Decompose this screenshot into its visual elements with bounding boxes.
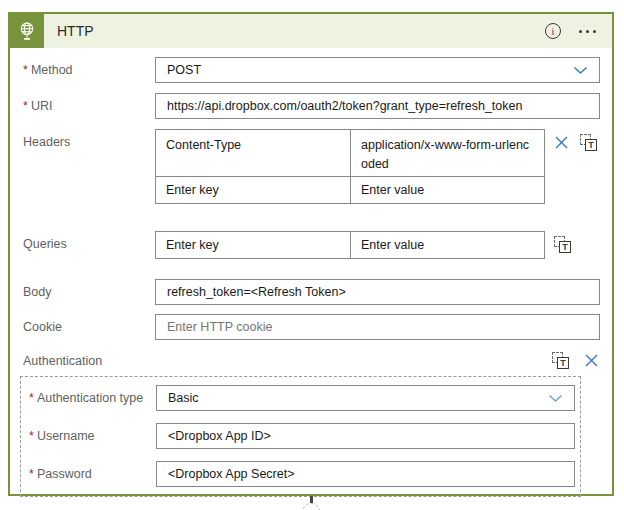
headers-table: Content-Type application/x-www-form-urle… bbox=[155, 129, 545, 204]
insert-step-button[interactable] bbox=[302, 503, 320, 510]
authentication-switch-to-text-mode-icon[interactable] bbox=[552, 352, 569, 369]
cookie-input[interactable]: Enter HTTP cookie bbox=[155, 314, 600, 340]
queries-table: Enter key Enter value bbox=[155, 231, 545, 259]
required-marker: * bbox=[23, 63, 28, 77]
uri-input[interactable]: https://api.dropbox.com/oauth2/token?gra… bbox=[155, 93, 600, 119]
authentication-type-label: *Authentication type bbox=[29, 385, 156, 405]
authentication-header: Authentication bbox=[23, 352, 600, 369]
password-input[interactable]: <Dropbox App Secret> bbox=[156, 461, 575, 487]
username-input[interactable]: <Dropbox App ID> bbox=[156, 423, 575, 449]
queries-row: Queries Enter key Enter value bbox=[23, 231, 600, 259]
method-value: POST bbox=[167, 63, 201, 77]
http-action-card: HTTP *Method POST *URI bbox=[8, 12, 614, 496]
headers-label: Headers bbox=[23, 129, 155, 149]
chevron-down-icon bbox=[548, 394, 563, 403]
uri-value: https://api.dropbox.com/oauth2/token?gra… bbox=[167, 99, 522, 113]
plus-icon bbox=[307, 503, 314, 510]
required-marker: * bbox=[29, 429, 34, 443]
authentication-type-value: Basic bbox=[168, 391, 199, 405]
cookie-row: Cookie Enter HTTP cookie bbox=[23, 314, 600, 340]
username-row: *Username <Dropbox App ID> bbox=[29, 423, 575, 449]
password-label: *Password bbox=[29, 461, 156, 481]
method-label: *Method bbox=[23, 57, 155, 77]
cookie-label: Cookie bbox=[23, 314, 155, 334]
chevron-down-icon bbox=[573, 66, 588, 75]
uri-label: *URI bbox=[23, 93, 155, 113]
ellipsis-menu-icon[interactable] bbox=[577, 28, 598, 35]
card-body: *Method POST *URI https://api.dropbox.co… bbox=[10, 48, 612, 497]
authentication-box: *Authentication type Basic *Username <Dr… bbox=[20, 376, 581, 497]
required-marker: * bbox=[29, 391, 34, 405]
body-input[interactable]: refresh_token=<Refresh Token> bbox=[155, 279, 600, 305]
authentication-type-dropdown[interactable]: Basic bbox=[156, 385, 575, 411]
globe-icon bbox=[16, 20, 38, 42]
required-marker: * bbox=[23, 99, 28, 113]
method-row: *Method POST bbox=[23, 57, 600, 83]
authentication-type-row: *Authentication type Basic bbox=[29, 385, 575, 411]
info-icon[interactable] bbox=[545, 23, 561, 39]
method-dropdown[interactable]: POST bbox=[155, 57, 600, 83]
header-row-1: Content-Type application/x-www-form-urle… bbox=[156, 130, 544, 176]
headers-switch-to-text-mode-icon[interactable] bbox=[580, 134, 597, 151]
body-label: Body bbox=[23, 279, 155, 299]
query-value-input[interactable]: Enter value bbox=[351, 232, 544, 258]
query-key-input[interactable]: Enter key bbox=[156, 232, 351, 258]
password-row: *Password <Dropbox App Secret> bbox=[29, 461, 575, 487]
header-row-new: Enter key Enter value bbox=[156, 176, 544, 203]
body-value: refresh_token=<Refresh Token> bbox=[167, 285, 346, 299]
header-key-input[interactable]: Content-Type bbox=[156, 130, 351, 176]
username-label: *Username bbox=[29, 423, 156, 443]
remove-authentication-icon[interactable] bbox=[584, 353, 599, 368]
headers-row: Headers Content-Type application/x-www-f… bbox=[23, 129, 600, 204]
card-title: HTTP bbox=[57, 23, 94, 39]
query-row-new: Enter key Enter value bbox=[156, 232, 544, 258]
queries-label: Queries bbox=[23, 231, 155, 251]
authentication-label: Authentication bbox=[23, 354, 102, 368]
required-marker: * bbox=[29, 467, 34, 481]
header-new-key-input[interactable]: Enter key bbox=[156, 177, 351, 203]
uri-row: *URI https://api.dropbox.com/oauth2/toke… bbox=[23, 93, 600, 119]
connector-line bbox=[310, 496, 313, 503]
queries-switch-to-text-mode-icon[interactable] bbox=[554, 236, 571, 253]
header-value-input[interactable]: application/x-www-form-urlencoded bbox=[351, 130, 544, 176]
header-new-value-input[interactable]: Enter value bbox=[351, 177, 544, 203]
password-value: <Dropbox App Secret> bbox=[168, 467, 294, 481]
card-header[interactable]: HTTP bbox=[10, 14, 612, 48]
username-value: <Dropbox App ID> bbox=[168, 429, 271, 443]
delete-header-icon[interactable] bbox=[554, 135, 569, 150]
http-action-logo bbox=[10, 14, 44, 48]
body-row: Body refresh_token=<Refresh Token> bbox=[23, 279, 600, 305]
